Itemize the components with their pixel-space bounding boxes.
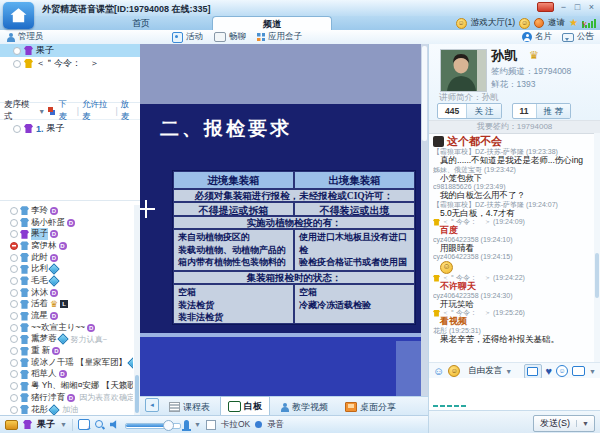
speech-mode-selector[interactable]: 自由发言 ▼ [468,365,512,377]
collapse-panel-icon[interactable]: ◂ [145,398,159,412]
mic-action-link[interactable]: 放麦 [121,99,136,123]
tab-schedule[interactable]: 课程表 [162,399,217,415]
vest-icon [20,323,29,332]
list-item[interactable]: 重 新D [0,345,133,357]
mic-action-link[interactable]: 允许拉麦 [82,99,113,123]
chat-bubble-icon[interactable] [572,366,585,376]
tab-whiteboard[interactable]: 白板 [220,396,270,415]
list-item[interactable]: 此时D [0,252,133,264]
microphone-icon[interactable] [184,420,189,429]
chat-button[interactable]: 畅聊 [214,31,246,43]
record-icon[interactable] [255,421,262,428]
table-cell-left: 不得提运或拆箱 [173,202,294,216]
screenshot-icon[interactable] [78,419,90,430]
card-button[interactable]: 名片 [522,31,552,43]
list-item[interactable]: 猪行浡育D因为表喜欢确定无尾熊 [0,392,133,404]
list-item[interactable]: 稻草人D [0,369,133,381]
mode-settings-icon[interactable] [48,107,55,115]
mic-mode-label[interactable]: 麦序模式 [4,99,35,123]
status-button[interactable] [537,2,554,12]
table-row: 实施动植物检疫的有： [173,216,415,229]
chat-input[interactable] [429,378,600,410]
app-box-button[interactable]: 应用盒子 [257,31,302,43]
admin-label: 管理员 [18,31,44,43]
list-item[interactable]: 沐沐D [0,287,133,299]
signal-icon: Y [582,19,596,28]
vip-emoticon-icon[interactable]: ☺ [448,365,460,377]
chat-message-header: cyz406422358 (19:24:15) [433,253,592,261]
scrollbar-thumb[interactable] [135,375,139,413]
minimize-button[interactable]: − [559,3,568,12]
list-item[interactable]: 毛毛 [0,275,133,287]
volume-slider[interactable] [125,420,179,429]
chat-scrollbar[interactable] [594,133,600,362]
video-toggle-button[interactable] [524,364,542,379]
sign-up-bar[interactable]: 我要签约：19794008 [429,120,600,134]
game-hall-link[interactable]: 游戏大厅(1) [471,17,515,29]
list-item[interactable]: 流星D [0,310,133,322]
invite-link[interactable]: 邀请 [548,17,565,29]
list-item[interactable]: 花彤加油 [0,404,133,415]
level-badge-icon: D [50,312,58,320]
send-button[interactable]: 发送(S) ▼ [533,415,595,432]
radio-icon [13,47,21,55]
karaoke-checkbox[interactable] [206,420,216,430]
user-name: 果子 [31,228,48,240]
mic-order-item[interactable]: 1.果子 [0,122,65,135]
follow-button[interactable]: 445 关 注 [437,103,502,119]
tab-label: 白板 [244,400,262,413]
list-item[interactable]: 熏梦蓉努力认真~ [0,334,133,346]
scrollbar-thumb[interactable] [422,46,427,141]
tab-label: 桌面分享 [360,401,396,414]
list-item[interactable]: 窝伊林D [0,240,133,252]
face-icon[interactable]: ☺ [556,365,568,377]
notice-button[interactable]: 公告 [562,31,594,43]
speaker-icon[interactable] [110,420,120,430]
list-item[interactable]: 杨小虾蛋D [0,217,133,229]
record-label[interactable]: 录音 [267,419,284,431]
emoticon-icon[interactable]: ☺ [433,366,444,377]
radio-icon [10,230,18,238]
mic-queue-item[interactable]: ＜＂今令： ＞ [0,57,140,70]
admin-button[interactable]: 管理员 [6,31,44,43]
vest-icon [20,312,29,321]
table-row: 必须对集装箱进行报检，未经报检或CIQ许可： [173,189,415,202]
schedule-icon [169,402,180,412]
chat-timestamp: (19:24:30) [481,292,513,300]
send-options-caret[interactable]: ▼ [576,420,594,427]
chevron-down-icon[interactable]: ▼ [60,421,67,428]
slider-knob[interactable] [163,420,174,431]
chevron-down-icon[interactable]: ▼ [589,368,596,375]
list-item[interactable]: ~~欢宣主り~~D [0,322,133,334]
chat-message-text: 百度 [433,226,592,236]
mic-queue-item[interactable]: 果子 [0,44,140,57]
table-row: 集装箱报检时的状态： [173,271,415,284]
list-item[interactable]: 粤 Yh、缃缃¤安娜 【天籁歌手】 [0,380,133,392]
vest-icon [20,358,29,367]
mic-queue: 果子＜＂今令： ＞ [0,44,140,70]
heart-icon[interactable]: ♥ [546,366,553,377]
mic-action-link[interactable]: 下麦 [58,99,73,123]
list-item[interactable]: 比利 [0,263,133,275]
chat-toolbar: ☺ ☺ 自由发言 ▼ ♥ ☺ ▼ [429,362,600,379]
close-button[interactable]: × [587,3,596,12]
bottom-bar: 果子 ▼ ▼ 卡拉OK 录音 [0,415,428,433]
board-scrollbar[interactable] [421,44,428,396]
tab-video[interactable]: 教学视频 [273,399,335,415]
maximize-button[interactable]: □ [573,3,582,12]
tab-channel[interactable]: 频道 [212,16,332,31]
scrollbar-thumb[interactable] [595,253,599,298]
table-merged-cell: 必须对集装箱进行报检，未经报检或CIQ许可： [173,189,415,202]
recommend-button[interactable]: 11 推 荐 [512,103,571,119]
activity-button[interactable]: 活动 [172,31,203,43]
zoom-icon[interactable] [95,420,105,430]
list-item[interactable]: 活着♛L [0,299,133,311]
tab-desktop-share[interactable]: 桌面分享 [338,399,403,415]
favorite-star-icon[interactable]: ★ [569,18,578,28]
list-item[interactable]: 果子D [0,228,133,240]
divider: | [116,106,118,116]
list-item[interactable]: 琥冰ノ千瑶 【皇家军团】 [0,357,133,369]
list-item[interactable]: 李玲D [0,205,133,217]
tab-home[interactable]: 首页 [112,16,170,30]
chevron-down-icon[interactable]: ▼ [194,421,201,428]
